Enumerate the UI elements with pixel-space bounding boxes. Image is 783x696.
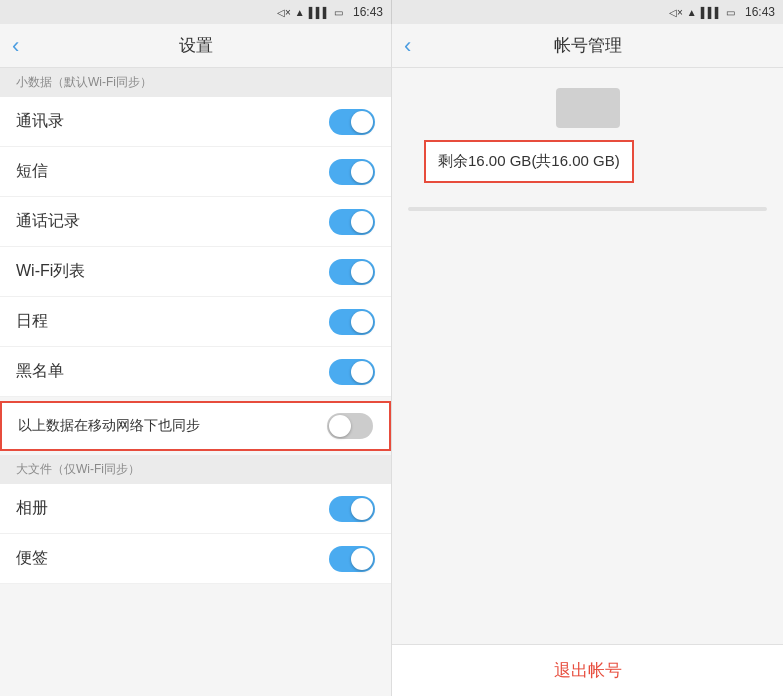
left-status-icons: ◁× ▲ ▌▌▌ ▭ 16:43 bbox=[277, 5, 383, 19]
mobile-sync-label: 以上数据在移动网络下也同步 bbox=[18, 417, 200, 435]
left-back-button[interactable]: ‹ bbox=[12, 33, 19, 59]
wifi-icon-r: ▲ bbox=[687, 7, 697, 18]
contacts-toggle[interactable] bbox=[329, 109, 375, 135]
mobile-sync-item: 以上数据在移动网络下也同步 bbox=[0, 401, 391, 451]
calendar-item: 日程 bbox=[0, 297, 391, 347]
right-status-bar: ◁× ▲ ▌▌▌ ▭ 16:43 bbox=[392, 0, 783, 24]
notes-label: 便签 bbox=[16, 548, 48, 569]
wifi-list-item: Wi-Fi列表 bbox=[0, 247, 391, 297]
contacts-label: 通讯录 bbox=[16, 111, 64, 132]
right-spacer bbox=[392, 223, 783, 644]
mobile-sync-toggle[interactable] bbox=[327, 413, 373, 439]
logout-button[interactable]: 退出帐号 bbox=[392, 644, 783, 696]
battery-icon: ▭ bbox=[334, 7, 343, 18]
right-panel-title: 帐号管理 bbox=[554, 34, 622, 57]
blacklist-label: 黑名单 bbox=[16, 361, 64, 382]
call-log-toggle[interactable] bbox=[329, 209, 375, 235]
contacts-toggle-knob bbox=[351, 111, 373, 133]
calendar-label: 日程 bbox=[16, 311, 48, 332]
small-data-list: 通讯录 短信 通话记录 Wi-Fi列表 bbox=[0, 97, 391, 397]
album-label: 相册 bbox=[16, 498, 48, 519]
notes-item: 便签 bbox=[0, 534, 391, 584]
wifi-list-toggle-knob bbox=[351, 261, 373, 283]
wifi-list-label: Wi-Fi列表 bbox=[16, 261, 85, 282]
right-back-button[interactable]: ‹ bbox=[404, 33, 411, 59]
album-item: 相册 bbox=[0, 484, 391, 534]
right-status-icons: ◁× ▲ ▌▌▌ ▭ 16:43 bbox=[669, 5, 775, 19]
call-log-label: 通话记录 bbox=[16, 211, 80, 232]
call-log-toggle-knob bbox=[351, 211, 373, 233]
blacklist-toggle-knob bbox=[351, 361, 373, 383]
storage-info-wrapper: 剩余16.00 GB(共16.00 GB) bbox=[392, 140, 783, 199]
storage-info-box: 剩余16.00 GB(共16.00 GB) bbox=[424, 140, 634, 183]
contacts-item: 通讯录 bbox=[0, 97, 391, 147]
notes-toggle[interactable] bbox=[329, 546, 375, 572]
storage-bar-track bbox=[408, 207, 767, 211]
left-status-bar: ◁× ▲ ▌▌▌ ▭ 16:43 bbox=[0, 0, 392, 24]
section-small-data: 小数据（默认Wi-Fi同步） bbox=[0, 68, 391, 97]
sms-toggle[interactable] bbox=[329, 159, 375, 185]
album-toggle[interactable] bbox=[329, 496, 375, 522]
album-toggle-knob bbox=[351, 498, 373, 520]
large-data-list: 相册 便签 bbox=[0, 484, 391, 584]
account-avatar-section bbox=[392, 68, 783, 140]
left-time: 16:43 bbox=[353, 5, 383, 19]
left-panel: ‹ 设置 小数据（默认Wi-Fi同步） 通讯录 短信 通话记录 bbox=[0, 24, 392, 696]
avatar-image bbox=[556, 88, 620, 128]
battery-icon-r: ▭ bbox=[726, 7, 735, 18]
signal-icon-r: ▌▌▌ bbox=[701, 7, 722, 18]
sms-label: 短信 bbox=[16, 161, 48, 182]
sms-toggle-knob bbox=[351, 161, 373, 183]
left-panel-title: 设置 bbox=[179, 34, 213, 57]
panels: ‹ 设置 小数据（默认Wi-Fi同步） 通讯录 短信 通话记录 bbox=[0, 24, 783, 696]
call-log-item: 通话记录 bbox=[0, 197, 391, 247]
status-bars: ◁× ▲ ▌▌▌ ▭ 16:43 ◁× ▲ ▌▌▌ ▭ 16:43 bbox=[0, 0, 783, 24]
calendar-toggle-knob bbox=[351, 311, 373, 333]
section-large-data: 大文件（仅Wi-Fi同步） bbox=[0, 455, 391, 484]
left-panel-header: ‹ 设置 bbox=[0, 24, 391, 68]
wifi-icon: ▲ bbox=[295, 7, 305, 18]
sms-item: 短信 bbox=[0, 147, 391, 197]
notes-toggle-knob bbox=[351, 548, 373, 570]
mobile-sync-toggle-knob bbox=[329, 415, 351, 437]
signal-icon: ▌▌▌ bbox=[309, 7, 330, 18]
blacklist-toggle[interactable] bbox=[329, 359, 375, 385]
right-panel: ‹ 帐号管理 剩余16.00 GB(共16.00 GB) 退出帐号 bbox=[392, 24, 783, 696]
volume-icon-r: ◁× bbox=[669, 7, 683, 18]
volume-icon: ◁× bbox=[277, 7, 291, 18]
calendar-toggle[interactable] bbox=[329, 309, 375, 335]
wifi-list-toggle[interactable] bbox=[329, 259, 375, 285]
blacklist-item: 黑名单 bbox=[0, 347, 391, 397]
storage-bar-section bbox=[392, 199, 783, 223]
right-time: 16:43 bbox=[745, 5, 775, 19]
right-panel-header: ‹ 帐号管理 bbox=[392, 24, 783, 68]
